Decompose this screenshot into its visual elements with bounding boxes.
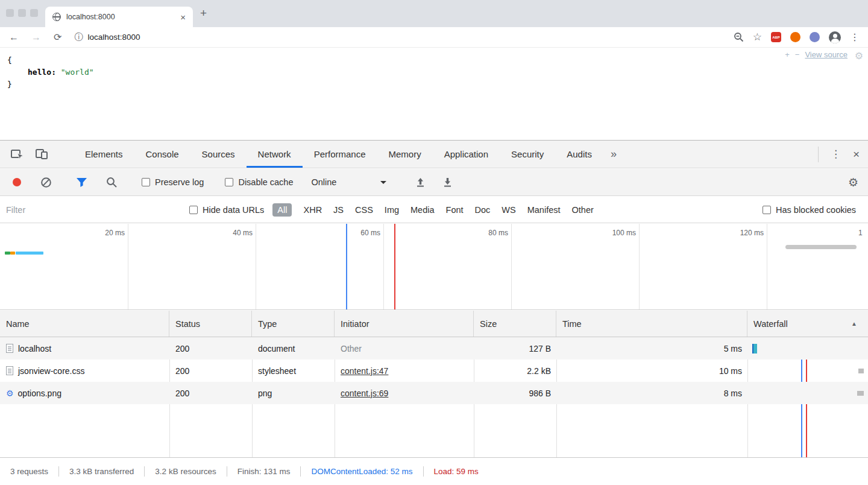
browser-tab-strip: localhost:8000 × + bbox=[0, 0, 868, 27]
request-name: localhost bbox=[18, 344, 51, 353]
back-icon[interactable]: ← bbox=[9, 32, 19, 43]
preserve-log-checkbox[interactable] bbox=[142, 178, 150, 186]
waterfall-cell bbox=[747, 382, 868, 404]
disable-cache-checkbox[interactable] bbox=[225, 178, 233, 186]
tab-application[interactable]: Application bbox=[433, 141, 500, 168]
address-bar[interactable]: localhost:8000 bbox=[87, 33, 140, 42]
filter-pill-js[interactable]: JS bbox=[333, 205, 344, 215]
tab-security[interactable]: Security bbox=[500, 141, 555, 168]
initiator-link[interactable]: content.js:69 bbox=[341, 388, 388, 398]
extension-icon-blue[interactable] bbox=[810, 32, 820, 42]
throttling-select[interactable]: Online bbox=[311, 177, 386, 187]
requests-table-body: localhost 200 document Other 127 B 5 ms … bbox=[0, 337, 868, 457]
column-header-waterfall[interactable]: Waterfall ▲ bbox=[747, 311, 868, 337]
profile-avatar[interactable] bbox=[829, 31, 841, 43]
view-source-link[interactable]: View source bbox=[805, 50, 848, 59]
new-tab-button[interactable]: + bbox=[200, 7, 207, 20]
request-size: 2.2 kB bbox=[474, 360, 556, 382]
collapse-all-button[interactable]: − bbox=[795, 50, 800, 59]
has-blocked-cookies-checkbox[interactable] bbox=[763, 206, 771, 214]
request-status: 200 bbox=[169, 382, 252, 404]
window-minimize-button[interactable] bbox=[18, 9, 26, 17]
forward-icon[interactable]: → bbox=[31, 32, 41, 43]
filter-input[interactable] bbox=[6, 205, 174, 215]
network-settings-gear-icon[interactable]: ⚙ bbox=[848, 176, 858, 189]
filter-funnel-icon[interactable] bbox=[76, 177, 87, 188]
bookmark-star-icon[interactable]: ☆ bbox=[753, 31, 762, 43]
column-header-initiator[interactable]: Initiator bbox=[335, 311, 474, 337]
inspect-element-icon[interactable] bbox=[11, 148, 25, 160]
reload-icon[interactable]: ⟳ bbox=[54, 31, 61, 43]
waterfall-bar bbox=[753, 344, 757, 353]
tab-audits[interactable]: Audits bbox=[555, 141, 603, 168]
devtools-tab-bar: Elements Console Sources Network Perform… bbox=[0, 141, 868, 168]
page-info-icon[interactable]: ⓘ bbox=[74, 32, 83, 43]
request-row-jsonview-core-css[interactable]: jsonview-core.css 200 stylesheet content… bbox=[0, 360, 868, 382]
column-header-time[interactable]: Time bbox=[556, 311, 747, 337]
column-header-name[interactable]: Name bbox=[0, 311, 169, 337]
window-maximize-button[interactable] bbox=[30, 9, 38, 17]
network-overview[interactable]: 20 ms 40 ms 60 ms 80 ms 100 ms 120 ms 1 bbox=[0, 224, 868, 310]
grid-line bbox=[511, 224, 512, 309]
devtools-menu-icon[interactable]: ⋮ bbox=[825, 148, 847, 160]
json-open-brace: { bbox=[7, 54, 868, 66]
devtools-close-icon[interactable]: × bbox=[847, 148, 868, 161]
tab-memory[interactable]: Memory bbox=[377, 141, 433, 168]
has-blocked-cookies-wrap: Has blocked cookies bbox=[763, 205, 868, 215]
hide-data-urls-label: Hide data URLs bbox=[203, 205, 264, 215]
clear-network-log-icon[interactable] bbox=[40, 177, 52, 188]
request-row-localhost[interactable]: localhost 200 document Other 127 B 5 ms bbox=[0, 337, 868, 360]
request-type: stylesheet bbox=[252, 360, 335, 382]
extension-icon-orange[interactable] bbox=[790, 32, 800, 42]
tab-elements[interactable]: Elements bbox=[74, 141, 134, 168]
initiator-link[interactable]: content.js:47 bbox=[341, 366, 388, 376]
jsonview-options-gear-icon[interactable]: ⚙ bbox=[855, 50, 863, 62]
zoom-icon[interactable] bbox=[734, 32, 744, 42]
waterfall-bar bbox=[858, 369, 864, 373]
import-har-icon[interactable] bbox=[415, 177, 426, 188]
column-header-status[interactable]: Status bbox=[169, 311, 252, 337]
column-header-size[interactable]: Size bbox=[474, 311, 556, 337]
window-close-button[interactable] bbox=[6, 9, 14, 17]
tab-close-icon[interactable]: × bbox=[180, 12, 186, 22]
window-controls[interactable] bbox=[6, 9, 38, 17]
expand-all-button[interactable]: + bbox=[785, 50, 790, 59]
hide-data-urls-checkbox[interactable] bbox=[189, 206, 198, 214]
finish-time: Finish: 131 ms bbox=[227, 467, 301, 476]
devtools-left-icons bbox=[0, 148, 74, 160]
tab-network[interactable]: Network bbox=[247, 141, 303, 168]
filter-pill-font[interactable]: Font bbox=[446, 205, 464, 215]
request-row-options-png[interactable]: ⚙ options.png 200 png content.js:69 986 … bbox=[0, 382, 868, 404]
more-tabs-icon[interactable]: » bbox=[603, 148, 624, 160]
filter-pill-css[interactable]: CSS bbox=[355, 205, 373, 215]
search-icon[interactable] bbox=[106, 177, 118, 188]
column-header-type[interactable]: Type bbox=[252, 311, 335, 337]
filter-pill-ws[interactable]: WS bbox=[502, 205, 515, 215]
tab-sources[interactable]: Sources bbox=[190, 141, 247, 168]
record-network-log-icon[interactable] bbox=[13, 178, 21, 186]
tab-console[interactable]: Console bbox=[134, 141, 190, 168]
json-key: hello: bbox=[28, 68, 56, 77]
request-initiator: content.js:47 bbox=[335, 360, 474, 382]
network-toolbar: Preserve log Disable cache Online ⚙ bbox=[0, 169, 868, 196]
filter-pill-img[interactable]: Img bbox=[385, 205, 399, 215]
export-har-icon[interactable] bbox=[442, 177, 453, 188]
overview-scrollbar[interactable] bbox=[785, 245, 857, 249]
request-name-cell: jsonview-core.css bbox=[0, 360, 169, 382]
tab-performance[interactable]: Performance bbox=[303, 141, 377, 168]
resources-size: 3.2 kB resources bbox=[145, 467, 226, 476]
request-initiator: content.js:69 bbox=[335, 382, 474, 404]
filter-pill-media[interactable]: Media bbox=[410, 205, 435, 215]
filter-pill-doc[interactable]: Doc bbox=[475, 205, 491, 215]
browser-menu-icon[interactable]: ⋮ bbox=[850, 31, 860, 43]
filter-pill-xhr[interactable]: XHR bbox=[303, 205, 322, 215]
browser-tab[interactable]: localhost:8000 × bbox=[45, 7, 193, 27]
waterfall-bar bbox=[857, 391, 864, 396]
tab-title: localhost:8000 bbox=[66, 13, 180, 21]
filter-pill-other[interactable]: Other bbox=[572, 205, 594, 215]
filter-pill-all[interactable]: All bbox=[272, 203, 292, 217]
disable-cache-label: Disable cache bbox=[238, 177, 293, 187]
adblock-extension-icon[interactable]: ABP bbox=[771, 32, 781, 42]
filter-pill-manifest[interactable]: Manifest bbox=[527, 205, 561, 215]
device-toolbar-icon[interactable] bbox=[36, 148, 48, 160]
